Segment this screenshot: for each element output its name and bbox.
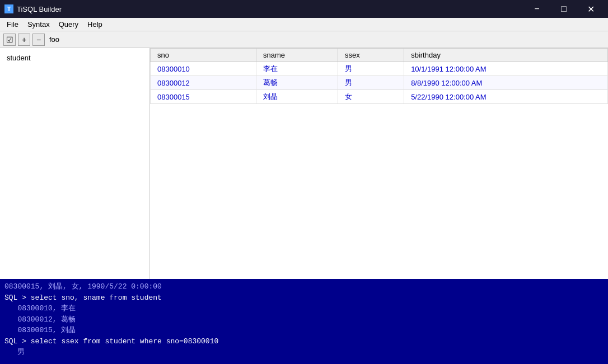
menu-query[interactable]: Query [54,19,83,30]
table-cell: 男 [338,62,404,76]
results-table: sno sname ssex sbirthday 08300010李在男10/1… [150,48,608,104]
table-cell: 8/8/1990 12:00:00 AM [404,76,608,90]
table-cell: 男 [338,76,404,90]
col-header-ssex: ssex [338,49,404,62]
col-header-sbirthday: sbirthday [404,49,608,62]
table-cell: 刘晶 [256,90,338,104]
close-button[interactable]: ✕ [578,0,604,18]
menu-file[interactable]: File [2,19,23,30]
console-line: 08300015, 刘晶, 女, 1990/5/22 0:00:00 [4,281,604,292]
table-header-row: sno sname ssex sbirthday [151,49,608,62]
table-cell: 08300015 [151,90,256,104]
console-area: 08300015, 刘晶, 女, 1990/5/22 0:00:00SQL > … [0,279,608,364]
console-line: 08300012, 葛畅 [4,314,604,325]
minimize-button[interactable]: − [524,0,550,18]
app-title: TiSQL Builder [17,5,524,13]
console-line: 男 [4,347,604,358]
app-icon: T [4,4,13,13]
add-button[interactable]: + [18,34,30,46]
table-cell: 葛畅 [256,76,338,90]
console-line: SQL > select ssex from student where sno… [4,336,604,347]
table-cell: 08300010 [151,62,256,76]
table-row: 08300012葛畅男8/8/1990 12:00:00 AM [151,76,608,90]
maximize-button[interactable]: □ [551,0,577,18]
toolbar: ☑ + − foo [0,31,608,48]
main-area: student sno sname ssex sbirthday 0830001… [0,48,608,279]
col-header-sno: sno [151,49,256,62]
col-header-sname: sname [256,49,338,62]
left-panel: student [0,48,150,279]
table-row: 08300015刘晶女5/22/1990 12:00:00 AM [151,90,608,104]
title-bar: T TiSQL Builder − □ ✕ [0,0,608,18]
table-cell: 08300012 [151,76,256,90]
toolbar-label: foo [49,35,59,44]
console-line: 08300010, 李在 [4,303,604,314]
table-cell: 10/1/1991 12:00:00 AM [404,62,608,76]
table-cell: 李在 [256,62,338,76]
table-cell: 5/22/1990 12:00:00 AM [404,90,608,104]
console-line: 08300015, 刘晶 [4,325,604,336]
results-panel: sno sname ssex sbirthday 08300010李在男10/1… [150,48,608,279]
menu-help[interactable]: Help [83,19,107,30]
menu-syntax[interactable]: Syntax [23,19,54,30]
checkbox-button[interactable]: ☑ [3,34,16,46]
menu-bar: File Syntax Query Help [0,18,608,31]
console-line: SQL > select sno, sname from student [4,292,604,304]
remove-button[interactable]: − [32,34,45,46]
window-controls: − □ ✕ [524,0,604,18]
table-row: 08300010李在男10/1/1991 12:00:00 AM [151,62,608,76]
table-cell: 女 [338,90,404,104]
tree-item-student[interactable]: student [4,53,145,63]
